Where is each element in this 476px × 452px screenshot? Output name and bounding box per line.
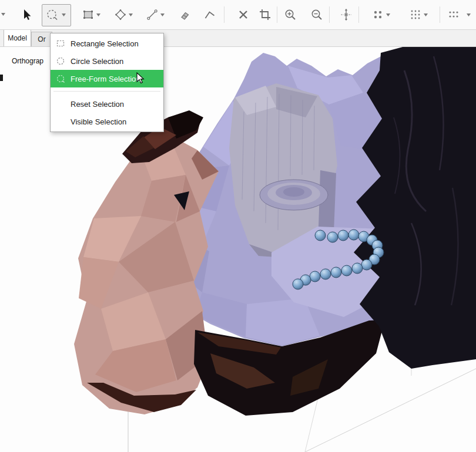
diamond-region-icon <box>113 8 128 22</box>
freeform-selection-icon <box>56 74 65 83</box>
measure-line-icon <box>145 8 159 22</box>
selection-tool-dropdown[interactable] <box>61 13 67 18</box>
zoom-in-icon <box>283 8 297 22</box>
delete-x-icon <box>236 8 250 22</box>
menu-item-reset-selection[interactable]: Reset Selection <box>51 95 163 113</box>
polyline-button[interactable] <box>201 6 219 23</box>
delete-button[interactable] <box>234 6 252 23</box>
center-region-button[interactable] <box>337 6 355 23</box>
dots-3x3-icon <box>408 8 423 22</box>
menu-item-circle-selection[interactable]: Circle Selection <box>51 52 163 70</box>
menu-item-freeform-selection[interactable]: Free-Form Selection <box>51 70 163 87</box>
zoom-out-icon <box>310 8 324 22</box>
empty-icon-slot <box>56 117 65 126</box>
diamond-region-button[interactable] <box>112 6 129 23</box>
eraser-icon <box>178 8 192 22</box>
clipped-left-glyph <box>0 75 3 81</box>
projection-label: Orthograp <box>12 57 43 65</box>
cursor-arrow-icon <box>20 8 34 22</box>
circle-selection-icon <box>56 56 65 66</box>
toolbar-separator <box>224 6 224 23</box>
zoom-out-button[interactable] <box>308 6 326 23</box>
clipped-right-button[interactable] <box>445 6 462 23</box>
measure-dropdown[interactable] <box>160 13 166 18</box>
tab-ortho-label: Or <box>38 35 45 43</box>
tab-ortho[interactable]: Or <box>31 32 52 46</box>
menu-item-label: Circle Selection <box>71 57 123 66</box>
selection-dropdown-menu: Rectangle Selection Circle Selection Fre… <box>50 33 164 132</box>
selection-tool-button[interactable] <box>43 6 61 23</box>
empty-icon-slot <box>56 99 65 109</box>
navigation-arrow-button[interactable] <box>18 6 36 23</box>
menu-item-label: Reset Selection <box>71 100 124 109</box>
eraser-button[interactable] <box>176 6 194 23</box>
tab-model-label: Model <box>8 34 27 42</box>
dense-points-dropdown[interactable] <box>423 13 429 18</box>
crop-button[interactable] <box>256 6 274 23</box>
measure-button[interactable] <box>143 6 161 23</box>
diamond-region-dropdown[interactable] <box>128 13 134 18</box>
main-toolbar <box>0 0 476 30</box>
menu-separator <box>53 91 160 92</box>
clipped-caret[interactable] <box>1 12 6 17</box>
menu-item-label: Rectangle Selection <box>71 39 139 48</box>
crop-icon <box>258 8 272 22</box>
clipped-right-dropdown[interactable] <box>466 13 472 18</box>
menu-item-visible-selection[interactable]: Visible Selection <box>51 113 163 130</box>
polyline-icon <box>203 8 217 22</box>
toolbar-separator <box>440 6 440 23</box>
dense-points-button[interactable] <box>407 6 424 23</box>
menu-item-rectangle-selection[interactable]: Rectangle Selection <box>51 35 163 52</box>
toolbar-separator <box>329 6 330 23</box>
rectangle-region-icon <box>81 8 95 22</box>
points-view-dropdown[interactable] <box>386 13 391 18</box>
toolbar-separator <box>277 6 277 23</box>
clipped-dots-icon <box>447 8 461 22</box>
menu-item-label: Visible Selection <box>71 117 126 126</box>
points-view-button[interactable] <box>369 6 387 23</box>
rectangle-region-button[interactable] <box>79 6 97 23</box>
zoom-in-button[interactable] <box>281 6 299 23</box>
rectangle-selection-icon <box>56 39 65 48</box>
rectangle-region-dropdown[interactable] <box>96 13 102 18</box>
dots-2x2-icon <box>371 8 385 22</box>
tab-model[interactable]: Model <box>4 29 31 46</box>
menu-item-label: Free-Form Selection <box>71 75 140 83</box>
mouse-cursor <box>136 72 145 87</box>
selection-tool-icon <box>45 8 59 22</box>
toolbar-separator <box>358 6 359 23</box>
center-region-icon <box>339 8 353 22</box>
